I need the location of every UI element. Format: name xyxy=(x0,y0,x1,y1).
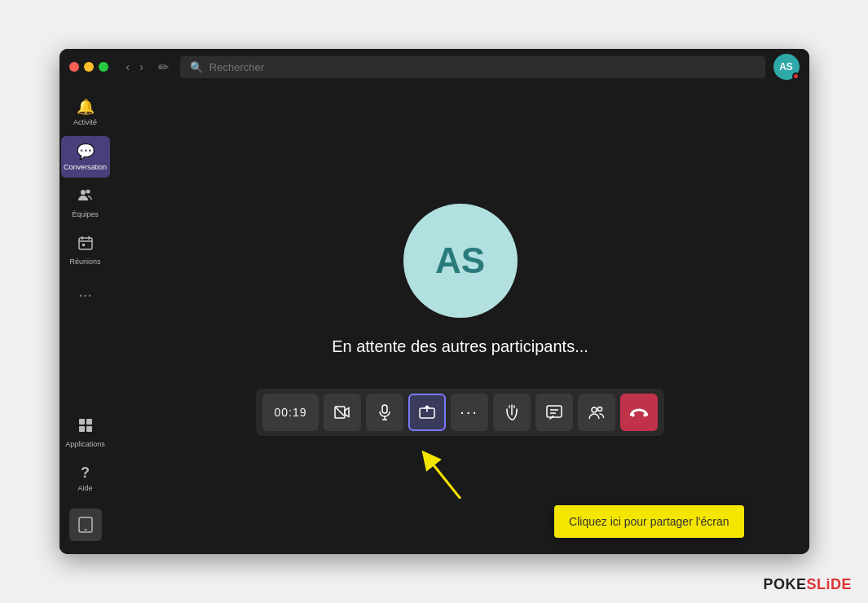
arrow-annotation xyxy=(412,442,477,499)
call-timer: 00:19 xyxy=(262,394,318,431)
sidebar-label-applications: Applications xyxy=(65,440,105,448)
more-icon: ··· xyxy=(78,285,92,304)
sidebar-item-applications[interactable]: Applications xyxy=(61,411,110,455)
sidebar-label-aide: Aide xyxy=(77,484,92,492)
annotation-layer: Cliquez ici pour partager l'écran xyxy=(112,85,809,554)
end-call-button[interactable] xyxy=(620,394,658,431)
sidebar-item-equipes[interactable]: Équipes xyxy=(61,181,110,225)
share-screen-button[interactable] xyxy=(408,394,446,431)
sidebar-label-reunions: Réunions xyxy=(69,257,100,266)
sidebar-item-more[interactable]: ··· xyxy=(61,275,110,314)
sidebar-label-activite: Activité xyxy=(73,118,97,126)
svg-rect-6 xyxy=(82,244,85,246)
call-area: AS En attente des autres participants...… xyxy=(112,85,809,554)
poke-text: POKE xyxy=(763,576,806,592)
apps-icon xyxy=(77,417,94,438)
svg-line-13 xyxy=(336,407,344,416)
svg-rect-7 xyxy=(79,419,85,425)
waiting-text: En attente des autres participants... xyxy=(332,337,588,356)
video-button[interactable] xyxy=(324,394,361,431)
svg-rect-14 xyxy=(382,405,387,413)
svg-point-21 xyxy=(592,407,597,412)
teams-icon xyxy=(77,187,94,208)
svg-point-0 xyxy=(81,190,86,195)
search-input[interactable] xyxy=(209,61,756,73)
maximize-window-button[interactable] xyxy=(99,62,108,72)
show-chat-button[interactable] xyxy=(535,394,573,431)
svg-rect-18 xyxy=(547,406,562,417)
bell-icon: 🔔 xyxy=(77,98,95,116)
chat-icon: 💬 xyxy=(77,143,95,161)
pokeslide-branding: POKESLiDE xyxy=(763,576,852,593)
sidebar-item-reunions[interactable]: Réunions xyxy=(61,228,110,272)
participant-avatar: AS xyxy=(403,204,518,318)
sidebar-item-aide[interactable]: ? Aide xyxy=(61,458,110,499)
search-icon: 🔍 xyxy=(190,61,203,73)
minimize-window-button[interactable] xyxy=(84,62,94,72)
svg-point-22 xyxy=(597,407,601,411)
tablet-device-button[interactable] xyxy=(69,508,102,541)
status-dot xyxy=(792,73,800,80)
sidebar: 🔔 Activité 💬 Conversation xyxy=(59,85,112,554)
svg-rect-2 xyxy=(79,238,92,249)
forward-button[interactable]: › xyxy=(136,59,147,75)
main-content: 🔔 Activité 💬 Conversation xyxy=(59,85,809,554)
slide-text: SLiDE xyxy=(806,576,852,592)
compose-button[interactable]: ✏ xyxy=(155,58,172,77)
search-bar[interactable]: 🔍 xyxy=(180,56,765,78)
sidebar-item-activite[interactable]: 🔔 Activité xyxy=(61,91,110,133)
close-window-button[interactable] xyxy=(69,62,79,72)
back-button[interactable]: ‹ xyxy=(123,59,134,75)
microphone-button[interactable] xyxy=(366,394,403,431)
tooltip-share: Cliquez ici pour partager l'écran xyxy=(554,505,743,538)
teams-window: ‹ › ✏ 🔍 AS xyxy=(59,49,809,554)
more-options-button[interactable]: ··· xyxy=(451,394,488,431)
titlebar: ‹ › ✏ 🔍 AS xyxy=(59,49,809,85)
calendar-icon xyxy=(77,235,94,255)
call-controls: 00:19 xyxy=(256,389,663,436)
svg-rect-8 xyxy=(86,419,92,425)
svg-point-1 xyxy=(86,190,90,194)
help-icon: ? xyxy=(81,464,90,482)
window-controls xyxy=(69,62,108,72)
sidebar-item-conversation[interactable]: 💬 Conversation xyxy=(61,136,110,178)
raise-hand-button[interactable] xyxy=(493,394,531,431)
sidebar-label-equipes: Équipes xyxy=(72,210,99,218)
svg-rect-9 xyxy=(79,426,85,432)
profile-avatar[interactable]: AS xyxy=(773,54,800,80)
sidebar-label-conversation: Conversation xyxy=(64,163,107,171)
show-participants-button[interactable] xyxy=(578,394,615,431)
svg-rect-10 xyxy=(86,426,92,432)
nav-arrows: ‹ › xyxy=(123,59,147,75)
